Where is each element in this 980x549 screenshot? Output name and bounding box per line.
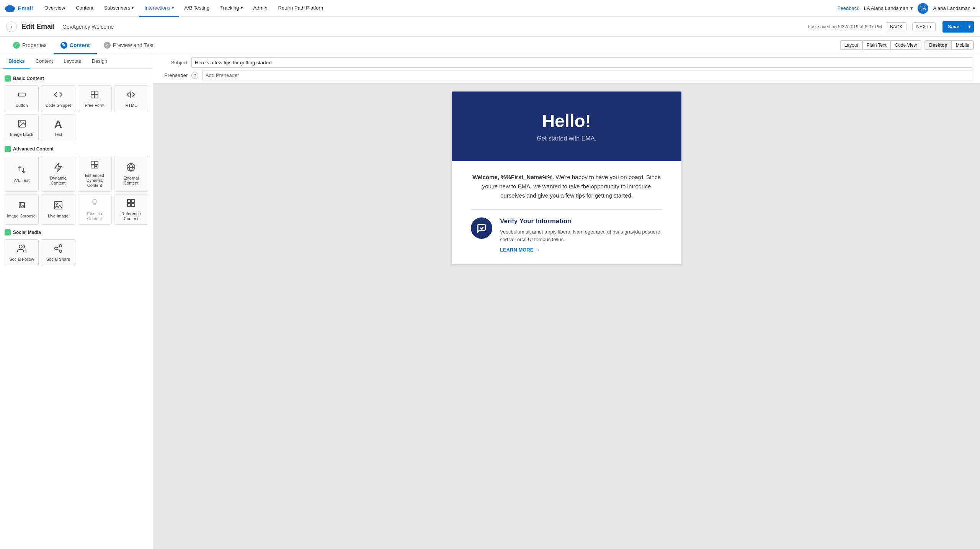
sub-header: ‹ Edit Email GovAgency Welcome Last save… (0, 17, 980, 37)
interactions-caret: ▾ (172, 6, 174, 10)
blocks-tab-blocks[interactable]: Blocks (3, 54, 30, 69)
feature-icon-circle (471, 217, 492, 239)
tab-row: ✓ Properties ✎ Content ✓ Preview and Tes… (0, 37, 980, 54)
svg-point-24 (56, 203, 57, 204)
svg-rect-15 (95, 161, 98, 164)
feedback-link[interactable]: Feedback (838, 5, 859, 11)
block-text[interactable]: A Text (41, 114, 75, 141)
ab-test-label: A/B Test (14, 178, 29, 183)
enhanced-dynamic-content-label: Enhanced Dynamic Content (80, 173, 110, 188)
plain-text-view-button[interactable]: Plain Text (862, 41, 891, 50)
preheader-help-icon[interactable]: ? (191, 72, 198, 79)
user-info-la[interactable]: LA Alana Landsman ▾ (864, 5, 913, 11)
block-external-content[interactable]: External Content (114, 156, 148, 192)
nav-item-return-path[interactable]: Return Path Platform (273, 0, 330, 17)
live-image-icon (54, 201, 63, 211)
feature-content: Verify Your Information Vestibulum sit a… (500, 217, 662, 253)
subject-row: Subject (161, 57, 972, 68)
subject-input[interactable] (191, 57, 972, 68)
save-button[interactable]: Save ▾ (942, 21, 974, 33)
svg-point-35 (59, 245, 62, 247)
advanced-content-toggle[interactable]: − (5, 146, 11, 152)
block-social-share[interactable]: Social Share (41, 239, 75, 266)
nav-item-abtesting[interactable]: A/B Testing (179, 0, 215, 17)
tab-properties-label: Properties (22, 42, 47, 48)
svg-rect-9 (95, 95, 98, 98)
back-arrow-button[interactable]: ‹ (6, 21, 17, 32)
last-saved-text: Last saved on 5/22/2019 at 8:07 PM (808, 24, 882, 29)
next-nav-button[interactable]: NEXT › (912, 22, 936, 31)
svg-line-28 (95, 199, 96, 200)
feature-title: Verify Your Information (500, 217, 662, 225)
left-panel: Blocks Content Layouts Design − Basic Co… (0, 54, 153, 549)
svg-rect-6 (91, 91, 94, 94)
block-image-block[interactable]: Image Block (5, 114, 39, 141)
nav-item-admin[interactable]: Admin (248, 0, 273, 17)
desktop-button[interactable]: Desktop (925, 41, 951, 50)
svg-point-12 (20, 122, 21, 123)
tab-preview-label: Preview and Test (113, 42, 154, 48)
einstein-content-icon (90, 198, 99, 209)
save-dropdown-arrow[interactable]: ▾ (965, 21, 974, 33)
block-enhanced-dynamic-content[interactable]: Enhanced Dynamic Content (78, 156, 112, 192)
avatar[interactable]: LA (918, 3, 928, 14)
block-button[interactable]: Button (5, 85, 39, 112)
button-label: Button (16, 103, 28, 108)
properties-tab-icon: ✓ (13, 42, 20, 49)
advanced-content-section-header: − Advanced Content (5, 146, 148, 152)
tracking-caret: ▾ (241, 6, 243, 10)
blocks-tab-content[interactable]: Content (30, 54, 59, 69)
basic-content-toggle[interactable]: − (5, 75, 11, 82)
block-dynamic-content[interactable]: Dynamic Content (41, 156, 75, 192)
nav-item-content[interactable]: Content (70, 0, 99, 17)
block-free-form[interactable]: Free Form (78, 85, 112, 112)
nav-item-interactions[interactable]: Interactions ▾ (139, 0, 179, 17)
code-snippet-icon (54, 90, 63, 101)
preheader-input[interactable] (202, 70, 972, 80)
block-live-image[interactable]: Live Image (41, 194, 75, 225)
preheader-row: Preheader ? (161, 70, 972, 80)
layout-view-button[interactable]: Layout (840, 41, 862, 50)
block-html[interactable]: HTML (114, 85, 148, 112)
block-ab-test[interactable]: A/B Test (5, 156, 39, 192)
social-media-toggle[interactable]: − (5, 229, 11, 235)
block-einstein-content[interactable]: Einstein Content (78, 194, 112, 225)
nav-item-overview[interactable]: Overview (39, 0, 70, 17)
tab-content[interactable]: ✎ Content (54, 37, 97, 54)
mobile-button[interactable]: Mobile (952, 41, 973, 50)
code-view-button[interactable]: Code View (890, 41, 921, 50)
blocks-tab-design[interactable]: Design (87, 54, 113, 69)
nav-item-subscribers[interactable]: Subscribers ▾ (99, 0, 139, 17)
html-label: HTML (125, 103, 137, 108)
nav-item-tracking[interactable]: Tracking ▾ (215, 0, 248, 17)
email-body: Welcome, %%First_Name%%. We're happy to … (452, 161, 681, 264)
svg-point-34 (19, 245, 22, 248)
page-subtitle: GovAgency Welcome (62, 24, 114, 30)
tab-properties[interactable]: ✓ Properties (6, 37, 54, 54)
free-form-icon (90, 90, 99, 101)
user-name-display[interactable]: Alana Landsman ▾ (933, 5, 975, 11)
brand-logo[interactable]: Email (5, 5, 33, 12)
blocks-tabs: Blocks Content Layouts Design (0, 54, 153, 69)
svg-rect-32 (131, 203, 134, 206)
dynamic-content-icon (54, 163, 63, 173)
reference-content-label: Reference Content (116, 211, 146, 221)
svg-rect-8 (91, 95, 94, 98)
email-hero-title: Hello! (467, 111, 666, 131)
back-nav-button[interactable]: BACK (886, 22, 907, 31)
social-media-section-header: − Social Media (5, 229, 148, 235)
block-social-follow[interactable]: Social Follow (5, 239, 39, 266)
sub-header-right: Last saved on 5/22/2019 at 8:07 PM BACK … (808, 21, 974, 33)
live-image-label: Live Image (48, 214, 69, 219)
salesforce-cloud-icon (5, 5, 15, 12)
block-code-snippet[interactable]: Code Snippet (41, 85, 75, 112)
fields-bar: Subject Preheader ? (153, 54, 980, 84)
tab-content-label: Content (70, 42, 90, 48)
tab-preview[interactable]: ✓ Preview and Test (97, 37, 160, 54)
learn-more-link[interactable]: LEARN MORE → (500, 247, 540, 253)
svg-rect-29 (127, 199, 131, 203)
block-image-carousel[interactable]: Image Carousel (5, 194, 39, 225)
block-reference-content[interactable]: Reference Content (114, 194, 148, 225)
blocks-tab-layouts[interactable]: Layouts (58, 54, 87, 69)
text-label: Text (54, 132, 62, 137)
